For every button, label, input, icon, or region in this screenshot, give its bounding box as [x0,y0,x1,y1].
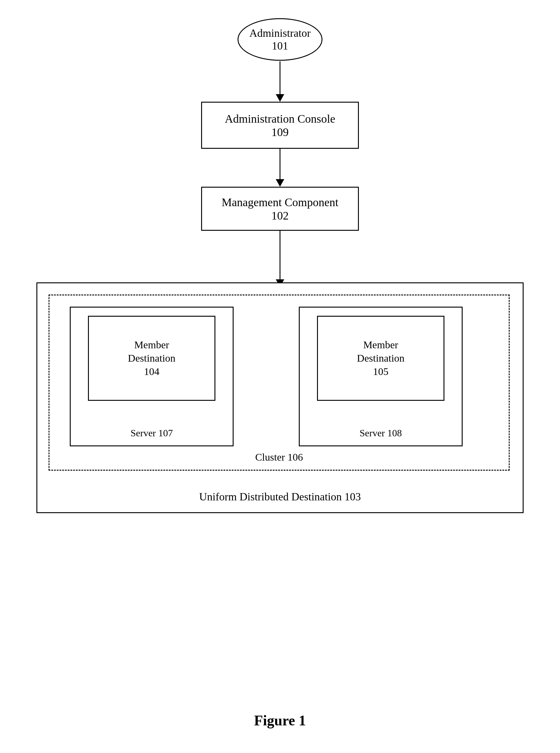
administrator-node: Administrator 101 [238,18,322,61]
svg-marker-3 [276,179,284,187]
server-108-label: Server 108 [359,427,402,440]
member-dest-104-label: Member Destination 104 [128,338,176,379]
admin-console-number: 109 [272,125,289,139]
management-component-label: Management Component [221,195,338,209]
management-component-number: 102 [272,209,289,222]
administrator-label: Administrator [249,27,311,39]
admin-console-node: Administration Console 109 [201,102,359,149]
server-107-label: Server 107 [131,427,173,440]
udd-label: Uniform Distributed Destination 103 [199,490,361,503]
member-dest-105-label: Member Destination 105 [357,338,405,379]
svg-marker-1 [276,94,284,102]
admin-console-label: Administration Console [225,112,335,125]
management-component-node: Management Component 102 [201,187,359,231]
member-dest-105-box: Member Destination 105 [317,316,444,401]
cluster-label: Cluster 106 [253,451,305,463]
diagram: Administrator 101 Administration Console… [0,0,560,753]
administrator-number: 101 [272,39,288,52]
figure-caption: Figure 1 [254,712,306,729]
member-dest-104-box: Member Destination 104 [88,316,215,401]
